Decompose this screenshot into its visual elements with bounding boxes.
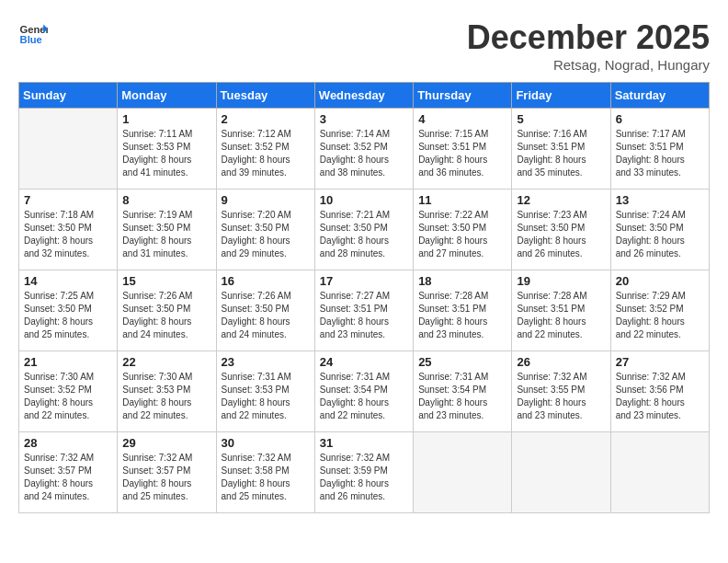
day-number: 29 — [122, 436, 210, 450]
day-number: 8 — [122, 193, 210, 207]
day-number: 21 — [24, 355, 112, 369]
day-number: 10 — [320, 193, 408, 207]
calendar-cell: 23Sunrise: 7:31 AM Sunset: 3:53 PM Dayli… — [216, 351, 314, 432]
calendar-cell: 31Sunrise: 7:32 AM Sunset: 3:59 PM Dayli… — [314, 432, 413, 513]
day-number: 13 — [616, 193, 704, 207]
cell-info: Sunrise: 7:31 AM Sunset: 3:54 PM Dayligh… — [418, 371, 506, 422]
logo: General Blue — [18, 18, 48, 48]
cell-info: Sunrise: 7:32 AM Sunset: 3:56 PM Dayligh… — [616, 371, 704, 422]
day-number: 28 — [24, 436, 112, 450]
cell-info: Sunrise: 7:26 AM Sunset: 3:50 PM Dayligh… — [222, 290, 310, 341]
calendar-cell: 28Sunrise: 7:32 AM Sunset: 3:57 PM Dayli… — [19, 432, 118, 513]
calendar-cell: 24Sunrise: 7:31 AM Sunset: 3:54 PM Dayli… — [314, 351, 413, 432]
cell-info: Sunrise: 7:31 AM Sunset: 3:53 PM Dayligh… — [222, 371, 310, 422]
cell-info: Sunrise: 7:15 AM Sunset: 3:51 PM Dayligh… — [418, 128, 506, 179]
day-number: 15 — [122, 274, 210, 288]
calendar-cell: 25Sunrise: 7:31 AM Sunset: 3:54 PM Dayli… — [414, 351, 512, 432]
cell-info: Sunrise: 7:22 AM Sunset: 3:50 PM Dayligh… — [418, 209, 506, 260]
calendar-cell: 13Sunrise: 7:24 AM Sunset: 3:50 PM Dayli… — [610, 190, 709, 270]
day-number: 27 — [616, 355, 704, 369]
svg-text:Blue: Blue — [20, 34, 42, 45]
week-row-2: 7Sunrise: 7:18 AM Sunset: 3:50 PM Daylig… — [19, 190, 710, 270]
calendar-cell: 30Sunrise: 7:32 AM Sunset: 3:58 PM Dayli… — [216, 432, 314, 513]
calendar-cell: 1Sunrise: 7:11 AM Sunset: 3:53 PM Daylig… — [118, 109, 216, 190]
col-header-friday: Friday — [512, 83, 610, 109]
day-number: 23 — [222, 355, 310, 369]
calendar-table: SundayMondayTuesdayWednesdayThursdayFrid… — [18, 82, 710, 513]
day-number: 26 — [517, 355, 605, 369]
calendar-cell: 17Sunrise: 7:27 AM Sunset: 3:51 PM Dayli… — [314, 270, 413, 351]
calendar-cell: 27Sunrise: 7:32 AM Sunset: 3:56 PM Dayli… — [610, 351, 709, 432]
day-number: 2 — [222, 112, 310, 126]
cell-info: Sunrise: 7:31 AM Sunset: 3:54 PM Dayligh… — [320, 371, 408, 422]
calendar-header-row: SundayMondayTuesdayWednesdayThursdayFrid… — [19, 83, 710, 109]
day-number: 4 — [418, 112, 506, 126]
day-number: 24 — [320, 355, 408, 369]
cell-info: Sunrise: 7:12 AM Sunset: 3:52 PM Dayligh… — [222, 128, 310, 179]
calendar-cell: 12Sunrise: 7:23 AM Sunset: 3:50 PM Dayli… — [512, 190, 610, 270]
cell-info: Sunrise: 7:23 AM Sunset: 3:50 PM Dayligh… — [517, 209, 605, 260]
day-number: 17 — [320, 274, 408, 288]
cell-info: Sunrise: 7:20 AM Sunset: 3:50 PM Dayligh… — [222, 209, 310, 260]
calendar-cell: 4Sunrise: 7:15 AM Sunset: 3:51 PM Daylig… — [414, 109, 512, 190]
day-number: 11 — [418, 193, 506, 207]
cell-info: Sunrise: 7:32 AM Sunset: 3:59 PM Dayligh… — [320, 452, 408, 503]
calendar-cell: 29Sunrise: 7:32 AM Sunset: 3:57 PM Dayli… — [118, 432, 216, 513]
cell-info: Sunrise: 7:25 AM Sunset: 3:50 PM Dayligh… — [24, 290, 112, 341]
cell-info: Sunrise: 7:16 AM Sunset: 3:51 PM Dayligh… — [517, 128, 605, 179]
calendar-cell — [610, 432, 709, 513]
cell-info: Sunrise: 7:32 AM Sunset: 3:55 PM Dayligh… — [517, 371, 605, 422]
calendar-cell: 19Sunrise: 7:28 AM Sunset: 3:51 PM Dayli… — [512, 270, 610, 351]
calendar-cell — [414, 432, 512, 513]
day-number: 30 — [222, 436, 310, 450]
day-number: 12 — [517, 193, 605, 207]
cell-info: Sunrise: 7:21 AM Sunset: 3:50 PM Dayligh… — [320, 209, 408, 260]
col-header-saturday: Saturday — [610, 83, 709, 109]
cell-info: Sunrise: 7:28 AM Sunset: 3:51 PM Dayligh… — [418, 290, 506, 341]
day-number: 5 — [517, 112, 605, 126]
day-number: 18 — [418, 274, 506, 288]
month-title: December 2025 — [467, 18, 710, 57]
col-header-monday: Monday — [118, 83, 216, 109]
col-header-sunday: Sunday — [19, 83, 118, 109]
cell-info: Sunrise: 7:29 AM Sunset: 3:52 PM Dayligh… — [616, 290, 704, 341]
calendar-cell: 2Sunrise: 7:12 AM Sunset: 3:52 PM Daylig… — [216, 109, 314, 190]
day-number: 20 — [616, 274, 704, 288]
day-number: 3 — [320, 112, 408, 126]
calendar-cell: 3Sunrise: 7:14 AM Sunset: 3:52 PM Daylig… — [314, 109, 413, 190]
cell-info: Sunrise: 7:32 AM Sunset: 3:57 PM Dayligh… — [122, 452, 210, 503]
cell-info: Sunrise: 7:32 AM Sunset: 3:58 PM Dayligh… — [222, 452, 310, 503]
cell-info: Sunrise: 7:18 AM Sunset: 3:50 PM Dayligh… — [24, 209, 112, 260]
week-row-4: 21Sunrise: 7:30 AM Sunset: 3:52 PM Dayli… — [19, 351, 710, 432]
day-number: 19 — [517, 274, 605, 288]
calendar-cell: 21Sunrise: 7:30 AM Sunset: 3:52 PM Dayli… — [19, 351, 118, 432]
calendar-cell — [19, 109, 118, 190]
day-number: 22 — [122, 355, 210, 369]
cell-info: Sunrise: 7:17 AM Sunset: 3:51 PM Dayligh… — [616, 128, 704, 179]
day-number: 9 — [222, 193, 310, 207]
logo-icon: General Blue — [18, 18, 48, 48]
calendar-cell: 14Sunrise: 7:25 AM Sunset: 3:50 PM Dayli… — [19, 270, 118, 351]
calendar-cell: 10Sunrise: 7:21 AM Sunset: 3:50 PM Dayli… — [314, 190, 413, 270]
day-number: 14 — [24, 274, 112, 288]
cell-info: Sunrise: 7:27 AM Sunset: 3:51 PM Dayligh… — [320, 290, 408, 341]
cell-info: Sunrise: 7:24 AM Sunset: 3:50 PM Dayligh… — [616, 209, 704, 260]
col-header-wednesday: Wednesday — [314, 83, 413, 109]
calendar-cell: 26Sunrise: 7:32 AM Sunset: 3:55 PM Dayli… — [512, 351, 610, 432]
cell-info: Sunrise: 7:11 AM Sunset: 3:53 PM Dayligh… — [122, 128, 210, 179]
cell-info: Sunrise: 7:14 AM Sunset: 3:52 PM Dayligh… — [320, 128, 408, 179]
col-header-tuesday: Tuesday — [216, 83, 314, 109]
calendar-cell: 16Sunrise: 7:26 AM Sunset: 3:50 PM Dayli… — [216, 270, 314, 351]
calendar-cell — [512, 432, 610, 513]
title-block: December 2025 Retsag, Nograd, Hungary — [467, 18, 710, 73]
day-number: 6 — [616, 112, 704, 126]
calendar-cell: 8Sunrise: 7:19 AM Sunset: 3:50 PM Daylig… — [118, 190, 216, 270]
calendar-cell: 5Sunrise: 7:16 AM Sunset: 3:51 PM Daylig… — [512, 109, 610, 190]
day-number: 25 — [418, 355, 506, 369]
page-header: General Blue December 2025 Retsag, Nogra… — [18, 18, 710, 73]
week-row-1: 1Sunrise: 7:11 AM Sunset: 3:53 PM Daylig… — [19, 109, 710, 190]
day-number: 16 — [222, 274, 310, 288]
calendar-cell: 22Sunrise: 7:30 AM Sunset: 3:53 PM Dayli… — [118, 351, 216, 432]
location-subtitle: Retsag, Nograd, Hungary — [467, 57, 710, 73]
cell-info: Sunrise: 7:19 AM Sunset: 3:50 PM Dayligh… — [122, 209, 210, 260]
